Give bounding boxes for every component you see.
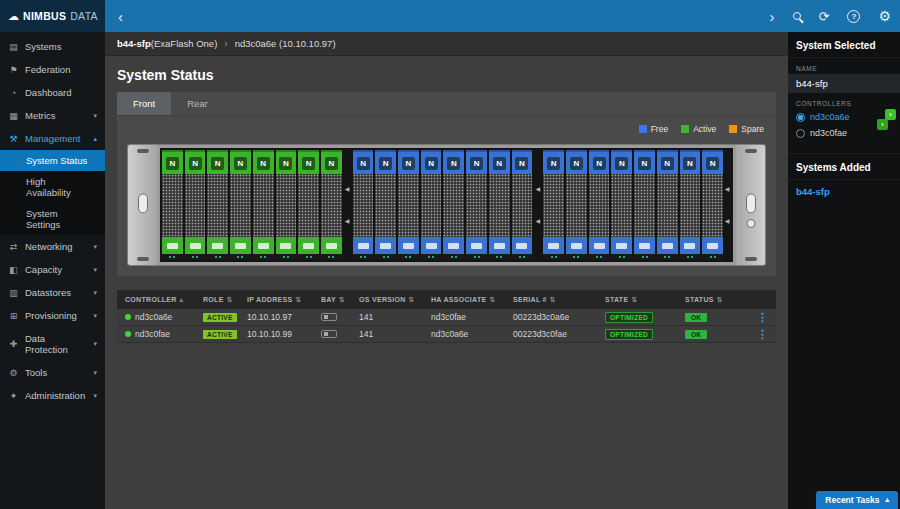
radio-icon[interactable] [796,129,805,138]
sidebar-item[interactable]: High Availability [0,171,105,203]
drive-footer [543,237,564,254]
row-menu-icon[interactable]: ⋮ [757,312,768,323]
sidebar-item[interactable]: ◧ Capacity ▾ [0,258,105,281]
sidebar-item[interactable]: ⚑ Federation [0,58,105,81]
view-tab[interactable]: Front [117,92,171,115]
table-column-header[interactable]: STATUS ⇅ [685,296,743,304]
sidebar-item[interactable]: System Status [0,150,105,171]
drive-bay[interactable]: N [543,150,564,260]
drive-bay[interactable]: N [466,150,487,260]
sidebar-item[interactable]: ▤ Systems [0,35,105,58]
drive-bay[interactable]: N [230,150,251,260]
system-link[interactable]: b44-sfp [788,180,900,203]
table-column-header[interactable]: OS VERSION ⇅ [359,296,431,304]
drive-bay[interactable]: N [398,150,419,260]
sidebar-item[interactable]: ⊞ Provisioning ▾ [0,304,105,327]
table-row[interactable]: nd3c0fae ACTIVE 10.10.10.99 141 nd3c0a6e… [117,326,776,343]
drive-bay[interactable]: N [162,150,183,260]
table-column-header[interactable]: IP ADDRESS ⇅ [247,296,321,304]
sort-icon[interactable]: ⇅ [489,296,495,304]
drive-group-2: N N [353,150,533,260]
drive-bay[interactable]: N [207,150,228,260]
view-tab[interactable]: Rear [171,92,224,115]
logo-text-secondary: DATA [70,10,98,22]
drive-bay[interactable]: N [276,150,297,260]
bay-arrow-icon: ◀ [725,218,730,224]
sort-icon[interactable]: ⇅ [227,296,233,304]
drive-footer [489,237,510,254]
sidebar-item[interactable]: ⇄ Networking ▾ [0,235,105,258]
drive-label-sticker [516,243,527,249]
drive-bay[interactable]: N [443,150,464,260]
column-label: HA ASSOCIATE [431,296,486,303]
sidebar-item[interactable]: ⚙ Tools ▾ [0,361,105,384]
drive-bay[interactable]: N [321,150,342,260]
system-status-panel: Front Rear Free Active [117,92,776,276]
drive-bay[interactable]: N [702,150,723,260]
drive-bay[interactable]: N [421,150,442,260]
radio-icon[interactable] [796,113,805,122]
sort-icon[interactable]: ⇅ [631,296,637,304]
recent-tasks-button[interactable]: Recent Tasks ▴ [816,491,898,509]
sort-icon[interactable]: ⇅ [717,296,723,304]
legend-color-swatch [681,125,689,133]
table-column-header[interactable]: ROLE ⇅ [203,296,247,304]
breadcrumb-controller[interactable]: nd3c0a6e (10.10.10.97) [235,38,336,49]
help-icon[interactable]: ? [838,0,869,32]
sort-icon[interactable]: ▴ [180,296,184,304]
controller-name: nd3c0a6e [135,312,172,322]
drive-bay[interactable]: N [353,150,374,260]
drive-bay[interactable]: N [375,150,396,260]
table-column-header[interactable]: CONTROLLER ▴ [125,296,203,304]
drive-mesh [489,174,510,237]
led-blue [455,256,457,258]
drive-label-sticker [326,243,337,249]
search-icon[interactable] [784,0,810,32]
refresh-icon[interactable]: ⟳ [810,0,839,32]
back-chevron-icon[interactable]: ‹ [105,0,136,32]
sidebar-item-label: Systems [25,41,61,52]
table-column-header[interactable]: BAY ⇅ [321,296,359,304]
sidebar-item[interactable]: System Settings [0,203,105,235]
sort-icon[interactable]: ⇅ [295,296,301,304]
sort-icon[interactable]: ⇅ [409,296,415,304]
drive-mesh [185,174,206,237]
drive-bay[interactable]: N [657,150,678,260]
controller-name: nd3c0fae [135,329,170,339]
drive-bay[interactable]: N [589,150,610,260]
serial-number: 00223d3c0fae [513,329,605,339]
drive-bay[interactable]: N [634,150,655,260]
row-menu-icon[interactable]: ⋮ [757,329,768,340]
sidebar-item[interactable]: ✦ Administration ▾ [0,384,105,407]
legend-color-swatch [639,125,647,133]
table-row[interactable]: nd3c0a6e ACTIVE 10.10.10.97 141 nd3c0fae… [117,309,776,326]
sidebar-item[interactable]: ⚒ Management ▴ [0,127,105,150]
ear-slot [745,257,757,261]
sidebar-item[interactable]: ◔ Dashboard [0,81,105,104]
drive-bay[interactable]: N [512,150,533,260]
table-column-header[interactable]: HA ASSOCIATE ⇅ [431,296,513,304]
column-label: CONTROLLER [125,296,177,303]
led-blue [478,256,480,258]
drive-n-logo-icon: N [661,157,674,170]
drive-mesh [353,174,374,237]
power-button[interactable] [746,219,755,228]
drive-bay[interactable]: N [253,150,274,260]
sidebar-item[interactable]: ▥ Datastores ▾ [0,281,105,304]
gear-icon[interactable]: ⚙ [869,0,900,32]
breadcrumb-system[interactable]: b44-sfp [117,38,151,49]
table-column-header[interactable]: STATE ⇅ [605,296,685,304]
collapse-panel-icon[interactable]: › [761,0,784,32]
drive-n-logo-icon: N [402,157,415,170]
sort-icon[interactable]: ⇅ [339,296,345,304]
drive-bay[interactable]: N [489,150,510,260]
table-column-header[interactable]: SERIAL # ⇅ [513,296,605,304]
sidebar-item[interactable]: ✚ Data Protection ▾ [0,327,105,361]
drive-bay[interactable]: N [185,150,206,260]
drive-bay[interactable]: N [680,150,701,260]
sort-icon[interactable]: ⇅ [550,296,556,304]
drive-bay[interactable]: N [566,150,587,260]
sidebar-item[interactable]: ▦ Metrics ▾ [0,104,105,127]
drive-bay[interactable]: N [611,150,632,260]
drive-bay[interactable]: N [298,150,319,260]
